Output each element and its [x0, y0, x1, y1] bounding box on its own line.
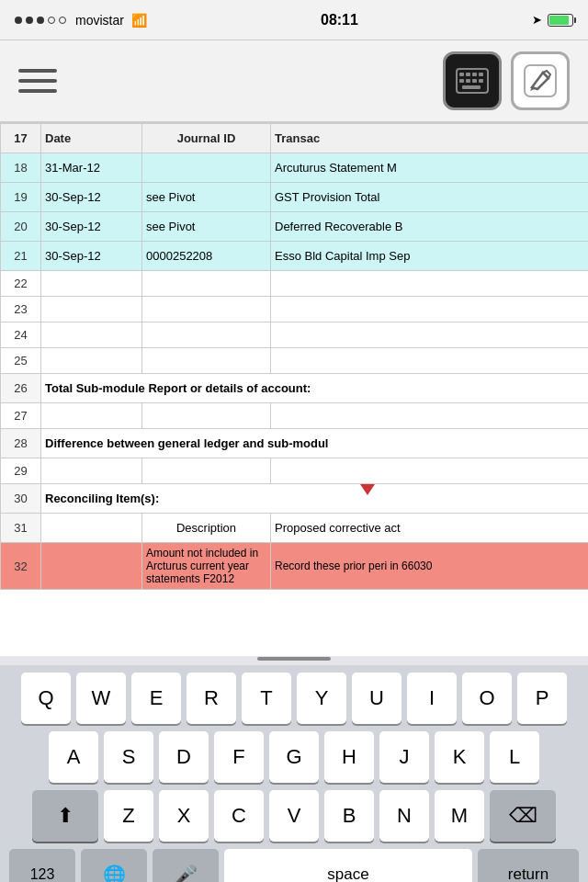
signal-dot-4 [48, 17, 55, 24]
edit-button[interactable] [511, 51, 570, 110]
key-b[interactable]: B [324, 790, 374, 842]
scroll-handle [257, 657, 331, 661]
keyboard-button[interactable] [443, 51, 502, 110]
numbers-key[interactable]: 123 [9, 849, 75, 882]
hamburger-line-2 [18, 79, 57, 83]
keyboard-row-3: ⬆ Z X C V B N M ⌫ [0, 790, 588, 842]
return-key[interactable]: return [478, 849, 579, 882]
battery-indicator [548, 14, 573, 27]
key-u[interactable]: U [352, 673, 401, 724]
cell-corrective: Record these prior peri in 66030 [271, 543, 589, 590]
key-t[interactable]: T [242, 673, 291, 724]
hamburger-menu[interactable] [18, 69, 57, 93]
key-q[interactable]: Q [21, 673, 71, 724]
key-f[interactable]: F [214, 731, 264, 783]
cell-empty [271, 403, 589, 429]
shift-key[interactable]: ⬆ [32, 790, 98, 842]
cell-empty [142, 297, 271, 322]
key-g[interactable]: G [269, 731, 319, 783]
col-transac-header: Transac [271, 124, 589, 153]
key-n[interactable]: N [379, 790, 429, 842]
key-k[interactable]: K [435, 731, 484, 783]
key-c[interactable]: C [214, 790, 264, 842]
key-h[interactable]: H [324, 731, 374, 783]
cell-empty [41, 297, 142, 322]
key-s[interactable]: S [104, 731, 153, 783]
keyboard-svg-icon [456, 68, 489, 94]
keyboard-row-4: 123 🌐 🎤 space return [0, 849, 588, 882]
cell-label: Total Sub-module Report or details of ac… [41, 374, 589, 403]
row-number: 25 [1, 348, 41, 374]
row-number: 24 [1, 322, 41, 348]
row-number: 30 [1, 484, 41, 514]
svg-rect-2 [466, 73, 470, 76]
row-number: 19 [1, 183, 41, 212]
nav-icons [443, 51, 570, 110]
edit-svg-icon [523, 63, 558, 98]
svg-rect-7 [472, 79, 477, 83]
table-row: 29 [1, 458, 589, 484]
battery-fill [549, 16, 569, 25]
key-x[interactable]: X [159, 790, 209, 842]
row-number: 27 [1, 403, 41, 429]
cell-transac: Esso Bld Capital Imp Sep [271, 242, 589, 271]
key-v[interactable]: V [269, 790, 319, 842]
cell-empty [271, 348, 589, 374]
col-date-header: Date [41, 124, 142, 153]
key-e[interactable]: E [131, 673, 181, 724]
cell-transac: Arcuturus Statement M [271, 153, 589, 183]
cell-label: Reconciling Item(s): [41, 484, 589, 514]
delete-key[interactable]: ⌫ [490, 790, 556, 842]
cell-journal: 0000252208 [142, 242, 271, 271]
cell-label: Difference between general ledger and su… [41, 429, 589, 458]
row-number: 28 [1, 429, 41, 458]
scroll-indicator-bar [0, 656, 588, 665]
row-number: 20 [1, 212, 41, 242]
globe-key[interactable]: 🌐 [81, 849, 147, 882]
mic-key[interactable]: 🎤 [153, 849, 219, 882]
cell-desc-label: Description [142, 514, 271, 543]
key-w[interactable]: W [76, 673, 126, 724]
key-r[interactable]: R [187, 673, 236, 724]
table-row: 32 Amount not included in Arcturus curre… [1, 543, 589, 590]
status-bar: movistar 📶 08:11 ➤ [0, 0, 588, 40]
cell-empty [41, 458, 142, 484]
row-number: 31 [1, 514, 41, 543]
table-row: 19 30-Sep-12 see Pivot GST Provision Tot… [1, 183, 589, 212]
status-right-icons: ➤ [532, 13, 573, 27]
key-l[interactable]: L [490, 731, 539, 783]
spreadsheet-area[interactable]: 17 Date Journal ID Transac 18 31-Mar-12 … [0, 123, 588, 656]
table-row: 17 Date Journal ID Transac [1, 124, 589, 153]
key-y[interactable]: Y [297, 673, 346, 724]
svg-rect-10 [525, 65, 556, 96]
key-j[interactable]: J [379, 731, 429, 783]
key-i[interactable]: I [407, 673, 457, 724]
key-p[interactable]: P [517, 673, 567, 724]
cell-empty [271, 458, 589, 484]
key-z[interactable]: Z [104, 790, 153, 842]
table-row: 20 30-Sep-12 see Pivot Deferred Recovera… [1, 212, 589, 242]
space-key[interactable]: space [224, 849, 472, 882]
cell-date: 31-Mar-12 [41, 153, 142, 183]
cell-date: 30-Sep-12 [41, 242, 142, 271]
key-o[interactable]: O [462, 673, 512, 724]
cell-empty [41, 403, 142, 429]
cell-empty [41, 543, 142, 590]
key-a[interactable]: A [49, 731, 98, 783]
row-number: 17 [1, 124, 41, 153]
col-journal-header: Journal ID [142, 124, 271, 153]
key-m[interactable]: M [435, 790, 484, 842]
cell-empty [41, 271, 142, 297]
svg-rect-4 [479, 73, 483, 76]
cell-description: Amount not included in Arcturus current … [142, 543, 271, 590]
cell-date: 30-Sep-12 [41, 183, 142, 212]
status-time: 08:11 [321, 12, 358, 28]
table-row: 18 31-Mar-12 Arcuturus Statement M [1, 153, 589, 183]
keyboard-row-2: A S D F G H J K L [0, 731, 588, 783]
cell-empty [142, 348, 271, 374]
row-number: 23 [1, 297, 41, 322]
key-d[interactable]: D [159, 731, 209, 783]
cell-empty [142, 458, 271, 484]
cell-empty [271, 297, 589, 322]
signal-dot-3 [37, 17, 44, 24]
